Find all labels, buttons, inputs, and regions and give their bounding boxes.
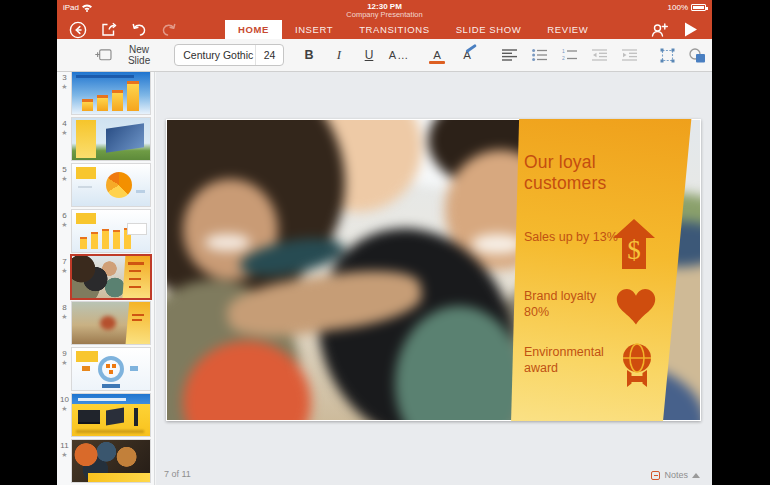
bullets-button[interactable] [524, 42, 554, 68]
add-people-button[interactable] [651, 23, 668, 37]
transition-star-icon: ★ [57, 404, 72, 414]
font-size-field[interactable]: 24 [255, 45, 283, 65]
slide-counter: 7 of 11 [164, 469, 191, 479]
back-button[interactable] [69, 21, 87, 39]
shapes-icon [689, 48, 706, 63]
powerpoint-app: iPad 12:30 PM Company Presentation 100% [57, 0, 712, 485]
slide-number: 11 [57, 441, 72, 450]
transition-star-icon: ★ [57, 220, 72, 230]
share-file-button[interactable] [101, 22, 117, 37]
tab-review[interactable]: REVIEW [534, 20, 601, 39]
redo-button[interactable] [161, 23, 177, 36]
numbered-list-icon: 12 [562, 49, 577, 61]
current-slide[interactable]: Our loyal customers Sales up by 13% $ Br… [166, 119, 701, 421]
battery-percent: 100% [668, 3, 688, 12]
slide-number: 10 [57, 395, 72, 404]
slide-number: 8 [57, 303, 72, 312]
play-slideshow-button[interactable] [684, 22, 698, 37]
slide-number: 4 [57, 119, 72, 128]
tab-home[interactable]: HOME [225, 20, 282, 39]
shapes-button[interactable] [682, 42, 712, 68]
italic-button[interactable]: I [324, 42, 354, 68]
heart-icon [616, 289, 656, 325]
transition-star-icon: ★ [57, 82, 72, 92]
globe-award-icon [618, 343, 656, 389]
slide-thumbnail-4[interactable]: 4★ [57, 118, 154, 160]
slide-number: 5 [57, 165, 72, 174]
slide-bullet-award[interactable]: Environmental award [524, 344, 624, 377]
slide-bullet-sales[interactable]: Sales up by 13% [524, 229, 624, 245]
outdent-icon [592, 49, 607, 61]
slide-number: 6 [57, 211, 72, 220]
slide-thumbnail-7-selected[interactable]: 7★ [57, 256, 154, 298]
status-bar: iPad 12:30 PM Company Presentation 100% [57, 0, 712, 20]
slide-thumbnail-panel[interactable]: 3★ 4★ 5★ 6★ 7★ [57, 72, 155, 485]
transition-star-icon: ★ [57, 266, 72, 276]
transition-star-icon: ★ [57, 312, 72, 322]
font-controls: Century Gothic 24 [174, 44, 284, 66]
notes-label: Notes [664, 470, 688, 480]
slide-number: 7 [57, 257, 72, 266]
slide-thumbnail-6[interactable]: 6★ [57, 210, 154, 252]
content-area: 3★ 4★ 5★ 6★ 7★ [57, 72, 712, 485]
undo-button[interactable] [131, 23, 147, 36]
pen-stroke-icon [465, 44, 476, 53]
dollar-arrow-icon: $ [613, 219, 655, 269]
transition-star-icon: ★ [57, 128, 72, 138]
transition-star-icon: ★ [57, 174, 72, 184]
slide-thumbnail-8[interactable]: 8★ [57, 302, 154, 344]
ipad-screen: iPad 12:30 PM Company Presentation 100% [0, 0, 770, 485]
font-color-button[interactable]: A [422, 42, 452, 68]
slide-thumbnail-5[interactable]: 5★ [57, 164, 154, 206]
align-left-icon [502, 49, 517, 61]
formatting-toolbar: New Slide Century Gothic 24 B I U A… A A [57, 39, 712, 72]
slide-bullet-loyalty[interactable]: Brand loyalty 80% [524, 288, 624, 321]
slide-thumbnail-10[interactable]: 10★ [57, 394, 154, 436]
transition-star-icon: ★ [57, 450, 72, 460]
slide-thumbnail-3[interactable]: 3★ [57, 72, 154, 114]
tab-insert[interactable]: INSERT [282, 20, 346, 39]
indent-button[interactable] [614, 42, 644, 68]
underline-button[interactable]: U [354, 42, 384, 68]
new-slide-icon [95, 48, 112, 62]
tab-slide-show[interactable]: SLIDE SHOW [443, 20, 535, 39]
more-formatting-button[interactable]: A… [384, 42, 414, 68]
notes-icon [651, 471, 660, 480]
indent-icon [622, 49, 637, 61]
text-effects-button[interactable]: A [452, 42, 482, 68]
bold-button[interactable]: B [294, 42, 324, 68]
notes-toggle[interactable]: Notes [651, 470, 700, 480]
new-slide-button[interactable]: New Slide [95, 44, 160, 66]
battery-icon [691, 4, 706, 11]
slide-thumbnail-9[interactable]: 9★ [57, 348, 154, 390]
svg-text:1: 1 [562, 49, 565, 54]
ribbon-tab-bar: HOME INSERT TRANSITIONS SLIDE SHOW REVIE… [57, 20, 712, 39]
numbering-button[interactable]: 12 [554, 42, 584, 68]
document-title: Company Presentation [57, 11, 712, 20]
font-color-swatch [429, 61, 445, 65]
slide-number: 9 [57, 349, 72, 358]
tab-transitions[interactable]: TRANSITIONS [346, 20, 442, 39]
ribbon-tabs: HOME INSERT TRANSITIONS SLIDE SHOW REVIE… [225, 20, 601, 39]
slide-title[interactable]: Our loyal customers [524, 152, 659, 195]
svg-text:2: 2 [562, 55, 565, 61]
text-box-icon [660, 48, 675, 63]
svg-text:$: $ [627, 235, 641, 265]
chevron-up-icon [692, 473, 700, 478]
outdent-button[interactable] [584, 42, 614, 68]
slide-thumbnail-11[interactable]: 11★ [57, 440, 154, 482]
bullet-list-icon [532, 49, 547, 61]
font-name-field[interactable]: Century Gothic [175, 49, 255, 61]
align-button[interactable] [494, 42, 524, 68]
new-slide-label: New Slide [118, 44, 160, 66]
slide-number: 3 [57, 73, 72, 82]
text-box-button[interactable] [652, 42, 682, 68]
editing-canvas: Our loyal customers Sales up by 13% $ Br… [156, 72, 712, 485]
transition-star-icon: ★ [57, 358, 72, 368]
